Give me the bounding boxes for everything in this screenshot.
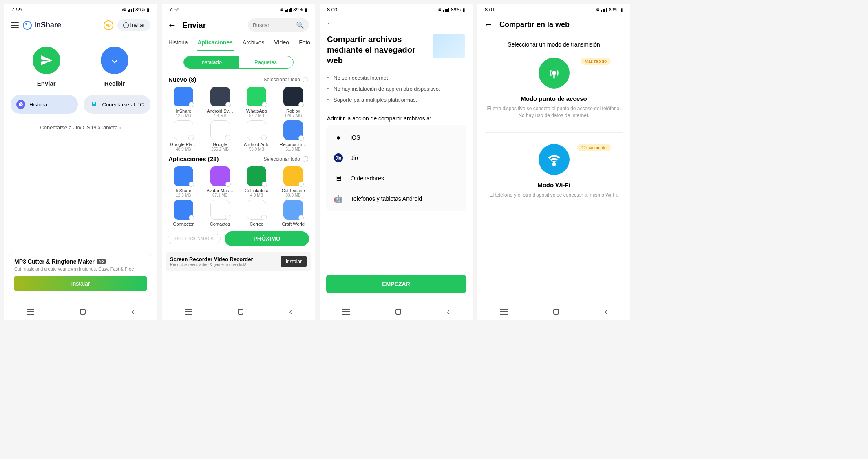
- nav-back-icon[interactable]: ‹: [447, 307, 450, 316]
- nav-back-icon[interactable]: ‹: [605, 307, 607, 316]
- tab-apps[interactable]: Aplicaciones: [197, 35, 233, 51]
- app-size: 129.7 MB: [276, 113, 311, 118]
- app-item[interactable]: Reconocim…51.9 MB: [276, 120, 311, 151]
- tab-files[interactable]: Archivos: [242, 35, 265, 51]
- app-item[interactable]: Craft World: [276, 200, 311, 226]
- app-icon: [283, 120, 303, 140]
- platform-row[interactable]: 🤖Teléfonos y tabletas Android: [326, 188, 466, 209]
- seg-packages[interactable]: Paquetes: [239, 56, 293, 68]
- nav-home-icon[interactable]: [238, 309, 243, 315]
- app-item[interactable]: InShare12.5 MB: [166, 87, 201, 118]
- app-item[interactable]: WhatsApp57.7 MB: [239, 87, 274, 118]
- nav-recent-icon[interactable]: [27, 309, 34, 315]
- mode-wifi[interactable]: Conveniente Modo Wi-Fi El teléfono y el …: [477, 144, 630, 208]
- search-input[interactable]: [253, 22, 293, 28]
- bullet-item: No se necesita Internet.: [327, 72, 465, 83]
- app-item[interactable]: Correo: [239, 200, 274, 226]
- menu-icon[interactable]: [11, 22, 19, 28]
- nav-home-icon[interactable]: [395, 309, 401, 315]
- app-size: 4.4 MB: [203, 113, 238, 118]
- select-ring-icon: [261, 215, 267, 220]
- screen-web-share: 8:00 ⋐89%▮ ← Compartir archivos mediante…: [320, 4, 473, 320]
- section-apps-title: Aplicaciones (28): [168, 155, 219, 162]
- ad-banner[interactable]: Screen Recorder Video Recorder Record sc…: [166, 252, 311, 271]
- app-item[interactable]: Avatar Mak…67.1 MB: [203, 166, 238, 197]
- bottom-actions: 0 SELECCIONADO(S) PRÓXIMO: [162, 228, 315, 249]
- status-time: 7:59: [11, 7, 22, 13]
- screen-share-mode: 8:01 ⋐89%▮ ← Compartir en la web Selecci…: [477, 4, 630, 320]
- app-item[interactable]: Android Auto55.9 MB: [239, 120, 274, 151]
- nav-recent-icon[interactable]: [342, 309, 350, 315]
- start-button[interactable]: EMPEZAR: [326, 275, 466, 293]
- search-field[interactable]: 🔍: [248, 18, 309, 32]
- platform-row[interactable]: JioJio: [326, 148, 466, 168]
- platform-row[interactable]: 🖥Ordenadores: [326, 168, 466, 188]
- app-item[interactable]: Google Pla…48.9 MB: [166, 120, 201, 151]
- ad-subtitle: Record screen, video & game in one click…: [170, 262, 277, 267]
- seg-installed[interactable]: Instalado: [184, 56, 239, 68]
- select-all-new[interactable]: Seleccionar todo: [264, 77, 308, 82]
- app-name: Android Auto: [239, 142, 274, 147]
- mode-hotspot[interactable]: Más rápido Modo punto de acceso El otro …: [477, 58, 630, 129]
- selected-count: 0 SELECCIONADO(S): [168, 234, 221, 244]
- wifi-icon: ⋐: [437, 7, 442, 13]
- send-header: ← Enviar 🔍: [162, 15, 315, 35]
- ad-install-button[interactable]: Instalar: [281, 256, 307, 267]
- app-name: Google Pla…: [166, 142, 201, 147]
- nav-back-icon[interactable]: ‹: [131, 307, 134, 316]
- history-chip[interactable]: Historia: [11, 95, 78, 114]
- nav-home-icon[interactable]: [80, 309, 86, 315]
- back-icon[interactable]: ←: [484, 19, 493, 30]
- main-actions: Enviar Recibir: [4, 35, 157, 95]
- ad-badge-icon[interactable]: AD: [104, 20, 113, 30]
- back-icon[interactable]: ←: [326, 18, 466, 29]
- app-icon: [247, 87, 266, 106]
- app-item[interactable]: Calculadora4.0 MB: [239, 166, 274, 197]
- platforms-subtitle: Admitir la acción de compartir archivos …: [320, 108, 473, 125]
- tab-history[interactable]: Historia: [168, 35, 188, 51]
- back-icon[interactable]: ←: [168, 20, 177, 31]
- feature-bullets: No se necesita Internet.No hay instalaci…: [320, 70, 473, 108]
- jio-icon: Jio: [334, 153, 343, 163]
- app-item[interactable]: Android Sy…4.4 MB: [203, 87, 238, 118]
- app-size: 51.9 MB: [276, 147, 311, 151]
- badge-faster: Más rápido: [581, 58, 611, 65]
- select-all-apps[interactable]: Seleccionar todo: [264, 156, 308, 162]
- app-item[interactable]: Roblox129.7 MB: [276, 87, 311, 118]
- ad-card[interactable]: MP3 Cutter & Ringtone Maker AD Cut music…: [9, 253, 152, 296]
- app-icon: [210, 120, 230, 140]
- app-icon: [247, 120, 266, 140]
- app-item[interactable]: InShare12.5 MB: [166, 166, 201, 197]
- app-item[interactable]: Cat Escape83.8 MB: [276, 166, 311, 197]
- nav-recent-icon[interactable]: [500, 309, 508, 315]
- ad-subtitle: Cut music and create your own ringtones.…: [14, 266, 147, 271]
- ad-install-button[interactable]: Instalar: [14, 276, 147, 291]
- app-item[interactable]: Google256.2 MB: [203, 120, 238, 151]
- tab-video[interactable]: Vídeo: [274, 35, 290, 51]
- app-size: 55.9 MB: [239, 147, 274, 151]
- nav-recent-icon[interactable]: [185, 309, 192, 315]
- connect-devices-link[interactable]: Conectarse a Jio/iOS/PC/Tableta ›: [4, 114, 157, 141]
- invite-button[interactable]: + Invitar: [117, 19, 150, 31]
- receive-action[interactable]: Recibir: [101, 47, 128, 87]
- new-apps-grid: InShare12.5 MBAndroid Sy…4.4 MBWhatsApp5…: [162, 85, 315, 153]
- app-size: 83.8 MB: [276, 193, 311, 197]
- receive-label: Recibir: [101, 80, 128, 87]
- next-button[interactable]: PRÓXIMO: [225, 231, 309, 246]
- app-item[interactable]: Connector: [166, 200, 201, 226]
- wifi-icon: ⋐: [595, 7, 599, 13]
- nav-back-icon[interactable]: ‹: [289, 307, 292, 316]
- badge-convenient: Conveniente: [577, 144, 611, 151]
- send-action[interactable]: Enviar: [33, 47, 60, 87]
- app-item[interactable]: Contactos: [203, 200, 238, 226]
- status-time: 8:00: [327, 7, 337, 13]
- checkbox-icon: [303, 156, 308, 162]
- connect-pc-chip[interactable]: 🖥 Conectarse al PC: [84, 95, 151, 114]
- tab-photo[interactable]: Foto: [298, 35, 311, 51]
- chip-row: Historia 🖥 Conectarse al PC: [4, 95, 157, 114]
- platform-row[interactable]: ●iOS: [326, 127, 466, 148]
- battery-icon: ▮: [462, 7, 465, 13]
- nav-home-icon[interactable]: [553, 309, 559, 315]
- app-icon: [210, 166, 230, 186]
- receive-icon: [101, 47, 128, 74]
